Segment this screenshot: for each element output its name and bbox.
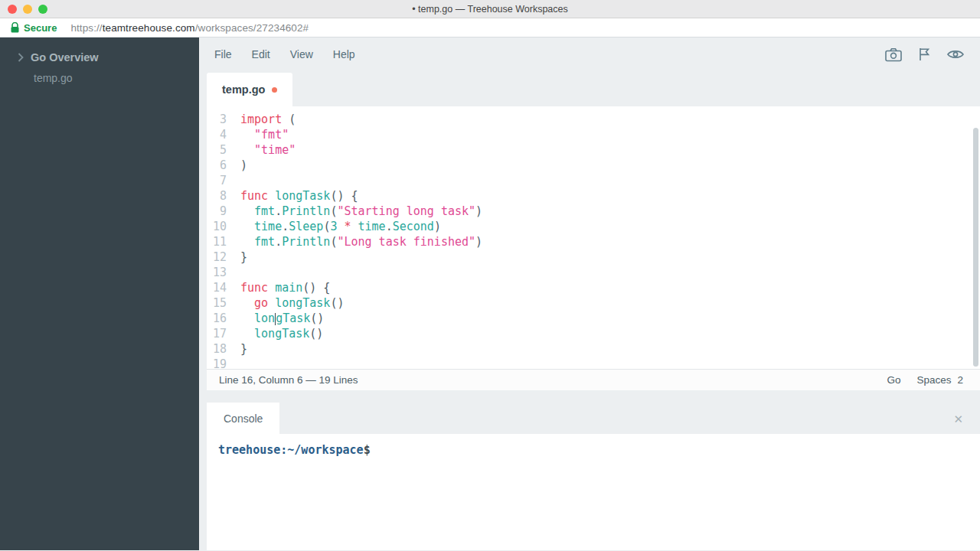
workspace-menubar: File Edit View Help (207, 37, 980, 71)
code-line[interactable]: 15 go longTask() (207, 295, 980, 311)
workspace-main: File Edit View Help temp.go (199, 37, 980, 550)
line-number: 15 (207, 295, 227, 311)
code-text: import ( (227, 112, 296, 127)
line-number: 11 (207, 234, 227, 249)
zoom-window-button[interactable] (38, 5, 47, 14)
code-text: longTask() (227, 326, 323, 341)
traffic-lights (8, 0, 47, 18)
code-line[interactable]: 10 time.Sleep(3 * time.Second) (207, 219, 980, 234)
code-line[interactable]: 3import ( (207, 112, 980, 127)
unsaved-indicator (272, 87, 277, 93)
code-line[interactable]: 18} (207, 341, 980, 357)
flag-icon[interactable] (918, 47, 930, 61)
line-number: 17 (207, 326, 227, 341)
code-text (227, 265, 240, 280)
sidebar-item-label: Go Overview (31, 51, 99, 64)
close-console-icon[interactable]: ✕ (953, 412, 963, 424)
code-text: "fmt" (227, 127, 289, 142)
menu-file[interactable]: File (214, 48, 232, 60)
code-line[interactable]: 5 "time" (207, 142, 980, 158)
line-number: 10 (207, 219, 227, 234)
code-line[interactable]: 6) (207, 158, 980, 173)
code-line[interactable]: 16 longTask() (207, 311, 980, 326)
tab-temp-go[interactable]: temp.go (207, 73, 292, 106)
code-text: go longTask() (227, 295, 344, 311)
security-label: Secure (24, 22, 57, 34)
code-editor[interactable]: 3import (4 "fmt"5 "time"6)78func longTas… (207, 106, 980, 369)
line-number: 5 (207, 142, 227, 158)
line-number: 7 (207, 173, 227, 188)
address-bar[interactable]: Secure https://teamtreehouse.com/workspa… (0, 18, 980, 37)
terminal-prompt-symbol: $ (364, 443, 371, 457)
statusbar-right: Go Spaces 2 (887, 374, 963, 386)
code-lines: 3import (4 "fmt"5 "time"6)78func longTas… (207, 112, 980, 369)
indent-value: 2 (957, 374, 963, 386)
code-line[interactable]: 8func longTask() { (207, 188, 980, 204)
terminal-prompt: treehouse:~/workspace (218, 443, 364, 457)
code-line[interactable]: 9 fmt.Println("Starting long task") (207, 204, 980, 219)
url-text: https://teamtreehouse.com/workspaces/272… (70, 22, 309, 34)
code-text: func main() { (227, 280, 330, 295)
menu-view[interactable]: View (290, 48, 313, 60)
code-text: } (227, 249, 247, 265)
sidebar-item-temp-go[interactable]: temp.go (0, 67, 199, 88)
cursor-position: Line 16, Column 6 — 19 Lines (219, 374, 358, 386)
code-text: longTask() (227, 311, 324, 326)
menu-help[interactable]: Help (333, 48, 355, 60)
editor-tabbar: temp.go (207, 71, 980, 106)
code-line[interactable]: 13 (207, 265, 980, 280)
code-text: ) (227, 158, 247, 173)
window-title: • temp.go — Treehouse Workspaces (0, 4, 980, 15)
sidebar-item-go-overview[interactable]: Go Overview (0, 47, 199, 67)
console-tab-label: Console (224, 412, 263, 425)
code-line[interactable]: 12} (207, 249, 980, 265)
line-number: 4 (207, 127, 227, 142)
code-text: } (227, 341, 247, 357)
line-number: 13 (207, 265, 227, 280)
code-text: fmt.Println("Long task finished") (227, 234, 482, 249)
editor-scrollbar[interactable] (973, 128, 978, 367)
code-line[interactable]: 17 longTask() (207, 326, 980, 341)
line-number: 14 (207, 280, 227, 295)
toolbar-icons (885, 47, 965, 62)
indent-setting[interactable]: Spaces 2 (916, 374, 963, 386)
file-sidebar: Go Overview temp.go (0, 37, 199, 550)
panel-gap (207, 390, 980, 403)
code-line[interactable]: 14func main() { (207, 280, 980, 295)
tab-console[interactable]: Console (207, 403, 279, 434)
console-terminal[interactable]: treehouse:~/workspace$ (207, 434, 980, 550)
editor-statusbar: Line 16, Column 6 — 19 Lines Go Spaces 2 (207, 369, 980, 390)
url-path: /workspaces/27234602# (195, 22, 309, 34)
code-text: func longTask() { (227, 188, 358, 204)
line-number: 8 (207, 188, 227, 204)
chevron-right-icon (18, 53, 24, 62)
indent-label: Spaces (916, 374, 951, 386)
line-number: 3 (207, 112, 227, 127)
line-number: 9 (207, 204, 227, 219)
line-number: 16 (207, 311, 227, 326)
sidebar-item-label: temp.go (34, 72, 73, 84)
line-number: 6 (207, 158, 227, 173)
code-line[interactable]: 7 (207, 173, 980, 188)
line-number: 18 (207, 341, 227, 357)
tab-label: temp.go (222, 83, 265, 96)
url-domain: teamtreehouse.com (103, 22, 195, 34)
line-number: 12 (207, 249, 227, 265)
code-line[interactable]: 11 fmt.Println("Long task finished") (207, 234, 980, 249)
code-text: fmt.Println("Starting long task") (227, 204, 482, 219)
window-titlebar: • temp.go — Treehouse Workspaces (0, 0, 980, 18)
close-window-button[interactable] (8, 5, 17, 14)
camera-icon[interactable] (885, 47, 902, 62)
language-mode[interactable]: Go (887, 374, 900, 386)
code-line[interactable]: 4 "fmt" (207, 127, 980, 142)
line-number: 19 (207, 357, 227, 369)
eye-icon[interactable] (946, 48, 965, 60)
workspace-content: Go Overview temp.go File Edit View Help (0, 37, 980, 550)
code-text: "time" (227, 142, 296, 158)
console-tabbar: Console ✕ (207, 403, 980, 434)
menu-edit[interactable]: Edit (252, 48, 270, 60)
code-text: time.Sleep(3 * time.Second) (227, 219, 441, 234)
code-text (227, 173, 240, 188)
minimize-window-button[interactable] (23, 5, 32, 14)
code-line[interactable]: 19 (207, 357, 980, 369)
